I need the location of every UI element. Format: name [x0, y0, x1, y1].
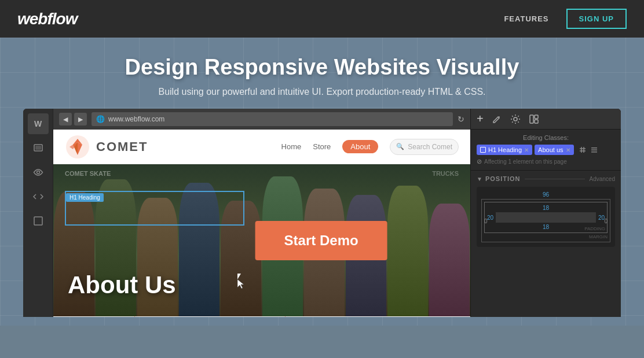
- comet-logo-icon: [65, 134, 90, 160]
- affecting-label: Affecting 1 element on this page: [484, 158, 567, 165]
- layout-tool-icon[interactable]: [529, 114, 539, 124]
- sidebar-icon-box[interactable]: [28, 211, 49, 231]
- box-icon: [34, 216, 43, 226]
- nav-home[interactable]: Home: [281, 142, 302, 151]
- h1-class-label: H1 Heading: [488, 146, 522, 153]
- canvas-icon: [33, 143, 43, 153]
- start-demo-button[interactable]: Start Demo: [255, 221, 387, 260]
- about-us-heading: About Us: [68, 271, 176, 299]
- website-navbar: COMET Home Store About 🔍 Search Comet: [53, 130, 470, 164]
- url-bar[interactable]: 🌐 www.webflow.com: [92, 112, 453, 126]
- svg-rect-8: [535, 120, 538, 123]
- search-icon: 🔍: [396, 143, 404, 150]
- browser-navigation: ◀ ▶: [59, 113, 87, 126]
- w-icon: W: [34, 119, 42, 128]
- svg-rect-7: [535, 115, 538, 119]
- h1-class-tag[interactable]: H1 Heading ✕: [477, 145, 532, 155]
- browser-mockup: W: [23, 109, 621, 317]
- position-section: ▼ POSITION Advanced 96 0 0: [471, 171, 621, 252]
- search-placeholder: Search Comet: [408, 143, 452, 151]
- position-title: ▼ POSITION: [477, 175, 520, 182]
- website-preview: COMET Home Store About 🔍 Search Comet: [53, 130, 470, 317]
- pencil-tool-icon[interactable]: [492, 114, 502, 124]
- banner-text-1: COMET SKATE: [65, 170, 111, 177]
- affecting-icon: ⊘: [477, 158, 482, 165]
- editor-sidebar: W: [23, 109, 53, 317]
- padding-top-value[interactable]: 18: [487, 205, 605, 211]
- code-icon: [33, 193, 43, 201]
- globe-icon: 🌐: [96, 115, 105, 123]
- browser-content-area: ◀ ▶ 🌐 www.webflow.com ↻: [53, 109, 470, 317]
- website-search[interactable]: 🔍 Search Comet: [390, 139, 459, 155]
- position-label: POSITION: [485, 175, 521, 182]
- svg-rect-1: [35, 146, 41, 150]
- position-section-header: ▼ POSITION Advanced: [477, 175, 615, 182]
- forward-button[interactable]: ▶: [74, 113, 87, 126]
- panel-toolbar: +: [471, 109, 621, 130]
- comet-brand: COMET: [96, 139, 148, 154]
- margin-lr-values: 0 0: [484, 217, 608, 224]
- browser-chrome: ◀ ▶ 🌐 www.webflow.com ↻: [53, 109, 470, 130]
- margin-right-value[interactable]: 0: [604, 217, 608, 224]
- svg-rect-6: [530, 115, 533, 123]
- margin-box: 0 0 18 20: [481, 199, 610, 242]
- sidebar-icon-w[interactable]: W: [28, 113, 49, 134]
- section-divider: [525, 179, 584, 179]
- margin-left-value[interactable]: 0: [484, 217, 488, 224]
- about-class-tag[interactable]: About us ✕: [535, 145, 573, 155]
- signup-button[interactable]: SIGN UP: [566, 9, 627, 29]
- tag-square-icon: [480, 147, 486, 153]
- box-model-diagram: 96 0 0 18: [477, 187, 615, 247]
- editing-classes-label: Editing Classes:: [477, 134, 615, 141]
- svg-point-2: [36, 171, 39, 174]
- menu-icon[interactable]: [590, 146, 598, 154]
- hero-headline: Design Responsive Websites Visually: [0, 55, 644, 80]
- person-10: [429, 204, 470, 316]
- features-link[interactable]: FEATURES: [504, 14, 548, 23]
- hero-subtext: Build using our powerful and intuitive U…: [0, 87, 644, 97]
- editing-classes-section: Editing Classes: H1 Heading ✕ About us ✕: [471, 130, 621, 171]
- svg-rect-9: [591, 147, 597, 149]
- nav-about[interactable]: About: [342, 140, 378, 153]
- drag-handle-icon: [579, 146, 587, 154]
- class-tags-container: H1 Heading ✕ About us ✕: [477, 145, 615, 155]
- h1-heading-label: H1 Heading: [66, 193, 104, 202]
- margin-top-value[interactable]: 96: [481, 191, 610, 198]
- sidebar-icon-eye[interactable]: [28, 162, 49, 183]
- padding-label: PADDING: [584, 226, 605, 231]
- website-nav-links: Home Store About 🔍 Search Comet: [281, 139, 459, 155]
- eye-icon: [33, 168, 43, 176]
- svg-rect-10: [591, 150, 597, 151]
- h1-class-remove[interactable]: ✕: [524, 147, 529, 153]
- back-button[interactable]: ◀: [59, 113, 72, 126]
- refresh-button[interactable]: ↻: [458, 115, 464, 124]
- about-class-label: About us: [538, 146, 563, 153]
- hero-section: Design Responsive Websites Visually Buil…: [0, 38, 644, 326]
- nav-store[interactable]: Store: [313, 142, 331, 151]
- logo[interactable]: webflow: [17, 10, 77, 28]
- main-nav: webflow FEATURES SIGN UP: [0, 0, 644, 38]
- advanced-link[interactable]: Advanced: [590, 176, 615, 182]
- section-arrow-icon: ▼: [477, 176, 483, 182]
- banner-text-2: TRUCKS: [432, 170, 459, 177]
- add-tool-icon[interactable]: +: [477, 112, 484, 126]
- sidebar-icon-code[interactable]: [28, 186, 49, 207]
- website-hero-area: COMET SKATE TRUCKS H1 Heading About Us S…: [53, 164, 470, 316]
- settings-tool-icon[interactable]: [510, 114, 521, 124]
- comet-logo: COMET: [65, 134, 148, 160]
- svg-rect-3: [34, 217, 42, 225]
- nav-right: FEATURES SIGN UP: [504, 9, 627, 29]
- margin-section-label: MARGIN: [484, 234, 608, 239]
- person-9: [387, 186, 428, 316]
- svg-rect-11: [591, 152, 597, 153]
- affecting-text: ⊘ Affecting 1 element on this page: [477, 158, 615, 165]
- right-panel: + Editing Classes:: [470, 109, 621, 317]
- about-class-remove[interactable]: ✕: [566, 147, 570, 153]
- url-text: www.webflow.com: [108, 115, 164, 123]
- sidebar-icon-canvas[interactable]: [28, 138, 49, 158]
- svg-point-5: [514, 117, 517, 121]
